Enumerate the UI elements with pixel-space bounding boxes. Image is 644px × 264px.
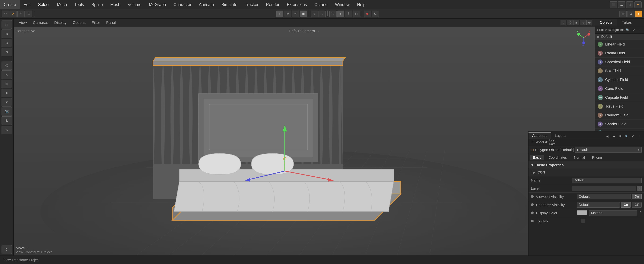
subtab-phong[interactable]: Phong xyxy=(589,155,605,160)
menu-edit[interactable]: Edit xyxy=(20,0,34,9)
menu-create[interactable]: Create xyxy=(0,0,20,9)
view-menu-cameras[interactable]: Cameras xyxy=(30,20,51,26)
subtab-coordinates[interactable]: Coordinates xyxy=(546,155,570,160)
tool-viewport-settings[interactable]: ⚙ xyxy=(627,11,634,17)
left-btn-mograph[interactable]: ❖ xyxy=(2,89,12,97)
left-btn-help[interactable]: ? xyxy=(2,245,12,254)
menu-tracker[interactable]: Tracker xyxy=(241,0,262,9)
tool-move[interactable]: ⊕ xyxy=(284,11,291,17)
menu-spline[interactable]: Spline xyxy=(88,0,106,9)
tool-poly-mode[interactable]: ◻ xyxy=(353,11,360,17)
field-item-linear[interactable]: 〜 Linear Field xyxy=(595,40,644,49)
field-item-cone[interactable]: △ Cone Field xyxy=(595,84,644,93)
view-menu-filter[interactable]: Filter xyxy=(89,20,103,26)
rp-settings-icon[interactable]: ⚙ xyxy=(631,28,636,33)
tab-takes[interactable]: Takes xyxy=(617,19,636,26)
basic-properties-header[interactable]: ▼ Basic Properties xyxy=(528,161,644,169)
menu-mograph[interactable]: MoGraph xyxy=(145,0,170,9)
attr-icon-1[interactable]: ⊞ xyxy=(618,134,623,139)
view-menu-panel[interactable]: Panel xyxy=(104,20,118,26)
attr-mode-btn[interactable]: Mode xyxy=(536,140,542,145)
tool-render[interactable]: ▷ xyxy=(318,11,326,17)
viewport-content[interactable]: Perspective Default Camera → X Y Z xyxy=(14,27,594,255)
display-color-dropdown[interactable]: Material xyxy=(589,210,637,216)
left-btn-camera[interactable]: 📷 xyxy=(2,107,12,116)
object-mode-dropdown[interactable]: Default xyxy=(575,147,642,153)
menu-extensions[interactable]: Extensions xyxy=(283,0,310,9)
tool-settings[interactable]: ⚙ xyxy=(372,11,379,17)
name-input[interactable]: Default xyxy=(572,178,642,183)
rp-bookmarks-btn[interactable]: Bookmarks xyxy=(618,28,624,33)
tool-transform[interactable]: ↕ xyxy=(276,11,284,17)
left-btn-select[interactable]: ◻ xyxy=(2,20,12,29)
menu-mesh1[interactable]: Mesh xyxy=(53,0,71,9)
left-btn-rotate[interactable]: ↻ xyxy=(2,48,12,56)
rp-more-icon[interactable]: ⋮ xyxy=(637,28,643,33)
header-icon-1[interactable]: ⬛ xyxy=(610,1,617,8)
rp-edit-btn[interactable]: Edit xyxy=(599,28,604,33)
rp-menu-btn[interactable]: ≡ xyxy=(596,28,598,33)
vp-nav-3[interactable]: ⊞ xyxy=(574,20,579,25)
attr-tab-attributes[interactable]: Attributes xyxy=(528,132,551,139)
icon-section-header[interactable]: ▶ ICON xyxy=(528,169,644,176)
subtab-basic[interactable]: Basic xyxy=(530,155,544,160)
field-item-cylinder[interactable]: ⬡ Cylinder Field xyxy=(595,75,644,84)
tool-active[interactable]: ● xyxy=(635,11,642,17)
tool-select-box[interactable]: ▦ xyxy=(300,11,307,17)
rp-search-icon[interactable]: 🔍 xyxy=(624,28,630,33)
tab-objects[interactable]: Objects xyxy=(595,19,617,26)
attr-icon-4[interactable]: ⋮ xyxy=(637,134,643,139)
left-btn-scale[interactable]: ⇔ xyxy=(2,39,12,47)
menu-window[interactable]: Window xyxy=(331,0,353,9)
menu-help[interactable]: Help xyxy=(353,0,369,9)
layer-expand-icon[interactable]: ▶ xyxy=(597,35,600,39)
layer-edit-btn[interactable]: ✎ xyxy=(637,186,642,191)
field-item-capsule[interactable]: ⬬ Capsule Field xyxy=(595,93,644,102)
field-item-box[interactable]: □ Box Field xyxy=(595,67,644,75)
header-icon-2[interactable]: ☁ xyxy=(618,1,625,8)
tool-point-mode[interactable]: ● xyxy=(337,11,344,17)
header-icon-3[interactable]: ⚙ xyxy=(626,1,634,8)
menu-tools[interactable]: Tools xyxy=(71,0,88,9)
left-btn-character[interactable]: ♟ xyxy=(2,116,12,125)
view-menu-options[interactable]: Options xyxy=(70,20,88,26)
tool-y[interactable]: Y xyxy=(17,11,24,17)
menu-octane[interactable]: Octane xyxy=(311,0,331,9)
tool-scale[interactable]: ⇔ xyxy=(292,11,299,17)
left-btn-move[interactable]: ⊕ xyxy=(2,30,12,38)
view-menu-view[interactable]: View xyxy=(16,20,30,26)
viewport-vis-dropdown[interactable]: Default xyxy=(577,194,631,199)
vp-nav-4[interactable]: ◎ xyxy=(580,20,586,25)
renderer-vis-off[interactable]: Off xyxy=(632,202,642,208)
menu-mesh2[interactable]: Mesh xyxy=(106,0,124,9)
renderer-vis-dropdown[interactable]: Default xyxy=(577,202,620,208)
subtab-normal[interactable]: Normal xyxy=(571,155,588,160)
attr-nav-back[interactable]: ◀ xyxy=(604,134,610,139)
left-btn-paint[interactable]: ✎ xyxy=(2,126,12,134)
tool-render-region[interactable]: ◎ xyxy=(311,11,318,17)
header-icon-4[interactable]: ● xyxy=(634,1,642,8)
viewport-vis-on[interactable]: On xyxy=(632,194,642,199)
menu-animate[interactable]: Animate xyxy=(195,0,218,9)
field-item-random[interactable]: ✦ Random Field xyxy=(595,111,644,120)
field-item-torus[interactable]: ◯ Torus Field xyxy=(595,102,644,111)
tool-edge-mode[interactable]: ⌇ xyxy=(345,11,352,17)
attr-icon-3[interactable]: ⚙ xyxy=(630,134,636,139)
left-btn-lights[interactable]: ☀ xyxy=(2,98,12,107)
menu-select[interactable]: Select xyxy=(34,0,53,9)
attr-icon-2[interactable]: 🔍 xyxy=(624,134,630,139)
tool-record[interactable]: ⏺ xyxy=(364,11,371,17)
left-btn-spline[interactable]: ∿ xyxy=(2,70,12,79)
rp-view-btn[interactable]: View xyxy=(605,28,611,33)
field-item-radial[interactable]: ◎ Radial Field xyxy=(595,49,644,58)
xray-checkbox[interactable] xyxy=(581,219,585,223)
attr-nav-fwd[interactable]: ▶ xyxy=(611,134,617,139)
tool-redo[interactable]: ✕ xyxy=(10,11,17,17)
renderer-vis-on[interactable]: On xyxy=(621,202,631,208)
tool-z[interactable]: Z xyxy=(25,11,32,17)
viewport-3d[interactable]: View Cameras Display Options Filter Pane… xyxy=(14,19,594,255)
layer-input[interactable] xyxy=(572,186,636,191)
left-btn-deform[interactable]: ⊞ xyxy=(2,80,12,88)
field-item-spherical[interactable]: ● Spherical Field xyxy=(595,58,644,67)
left-btn-objects[interactable]: ⬡ xyxy=(2,61,12,70)
